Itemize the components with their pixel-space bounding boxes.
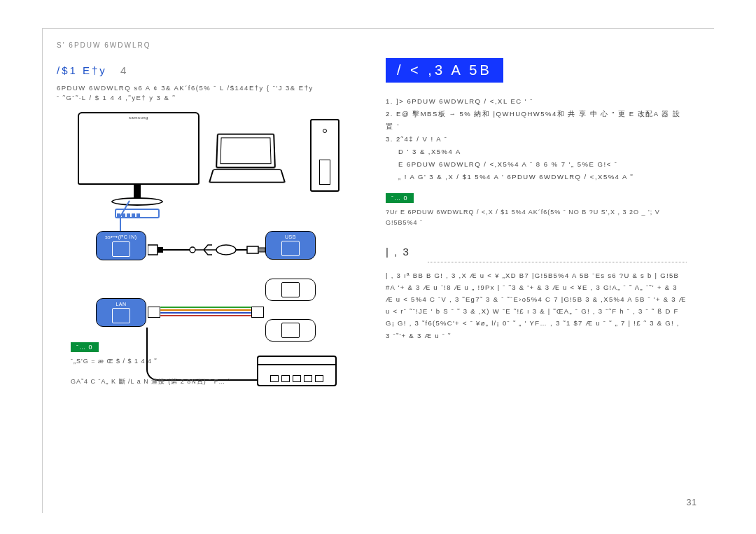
note-tag-right: ˉ… 0: [386, 193, 414, 203]
intro-line1: 6PDUW 6WDWLRQ s6 A ¢ 3& AK´f6(5% ˉ L /$1…: [57, 84, 314, 92]
usb-label: USB: [285, 234, 296, 239]
step-3c: „ ! A G' 3 & ,X / $1 5%4 A ' 6PDUW 6WDWL…: [398, 171, 687, 183]
body-paragraph: | , 3 ıª BB B G! , 3 ,X Æ u < ¥ „XD B7 |…: [386, 269, 687, 342]
pc-in-port-icon: ss⟷(PC IN): [96, 231, 146, 260]
breadcrumb: S' 6PDUW 6WDWLRQ: [57, 41, 358, 49]
section-title-main: /$1 E†y: [57, 64, 107, 76]
note-text-left: ˉ„S'G = æ Œ $ / $ 1 4 4 ˜ GA˜4 C ˉA„ K 斷…: [71, 356, 365, 386]
ethernet-port-1-icon: [265, 279, 316, 301]
lan-port-monitor-icon: LAN: [96, 298, 146, 327]
laptop-icon: [211, 133, 281, 182]
steps-list: 1. ]> 6PDUW 6WDWLRQ / <,XL EC ' ˉ 2. E@ …: [386, 95, 687, 183]
ethernet-port-2-icon: [265, 319, 316, 342]
svg-rect-0: [148, 245, 158, 255]
lan-label: LAN: [115, 302, 126, 307]
usb-port-icon: USB: [265, 231, 316, 260]
step-3a: D ' 3 & ,X5%4 A: [398, 146, 687, 158]
intro-line2: ˉ ˜Gˉ˜·L / $ 1 4 4 ,˜yE† y 3 & ˜: [57, 94, 176, 101]
lan-cable-icon: [148, 297, 264, 328]
svg-rect-4: [247, 246, 258, 253]
step-3: 3. 2˜4‡ / V ! A ˉ: [386, 135, 447, 143]
step-2: 2. E@ 擊MBS板 → 5% 納和 |QWHUQHW5%4和 共 享 中 心…: [386, 110, 680, 130]
step-3b: E 6PDUW 6WDWLRQ / <,X5%4 A ˉ 8 6 % 7 '„ …: [398, 158, 687, 171]
intro-text: 6PDUW 6WDWLRQ s6 A ¢ 3& AK´f6(5% ˉ L /$1…: [57, 83, 358, 104]
svg-point-3: [216, 245, 236, 255]
usb-cable-icon: [148, 239, 265, 260]
note-text-right: ?Ur E 6PDUW 6WDWLRQ / <,X / $1 5%4 AK´f6…: [386, 207, 687, 227]
monitor-icon: [78, 112, 197, 218]
sub-heading: | , 3: [386, 246, 687, 258]
note-left-line1: ˉ„S'G = æ Œ $ / $ 1 4 4 ˜: [71, 358, 158, 365]
note-tag-left: ˉ… 0: [71, 342, 99, 352]
step-1: 1. ]> 6PDUW 6WDWLRQ / <,XL EC ' ˉ: [386, 97, 533, 105]
desktop-tower-icon: [310, 119, 340, 192]
svg-rect-5: [258, 248, 265, 252]
section-title-num: 4: [120, 64, 128, 76]
section-title: /$1 E†y 4: [57, 64, 358, 76]
svg-point-2: [190, 247, 195, 253]
section-banner: / < ,3 A 5B: [386, 58, 503, 83]
svg-rect-1: [158, 247, 163, 253]
note-left-line2: GA˜4 C ˉA„ K 斷 /L a N 連接ˉ(第 2 8N頁) ˉ F… …: [71, 378, 231, 385]
page-number: 31: [687, 498, 697, 507]
pc-in-label: ss⟷(PC IN): [105, 234, 136, 240]
divider: [428, 262, 687, 262]
connection-diagram: ss⟷(PC IN) LAN USB: [57, 112, 344, 354]
